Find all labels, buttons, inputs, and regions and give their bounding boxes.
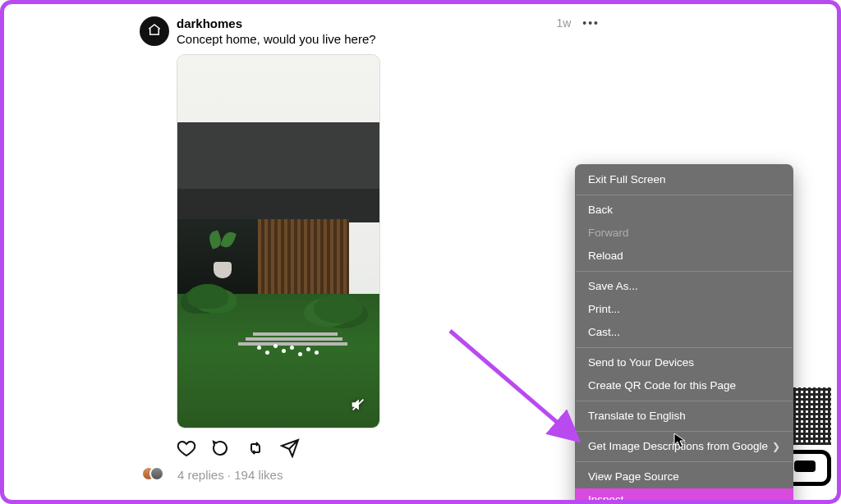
likes-count: 194 likes [234,468,283,482]
post-footer: 4 replies · 194 likes [140,466,600,483]
context-menu-item[interactable]: Exit Full Screen [575,168,793,191]
facepile[interactable] [141,466,169,483]
context-menu-label: Reload [588,248,623,264]
post-caption: Concept home, would you live here? [177,32,556,46]
context-menu-item[interactable]: View Page Source [575,465,793,488]
comment-icon [211,447,231,460]
facepile-avatar [149,466,164,481]
like-button[interactable] [177,438,196,458]
context-menu-item[interactable]: Cast... [575,321,793,344]
comment-button[interactable] [211,438,231,458]
header-right: 1w ••• [556,16,600,30]
repost-button[interactable] [246,438,265,458]
context-menu-separator [576,271,793,272]
context-menu-label: Back [588,202,613,218]
repost-icon [246,447,265,460]
context-menu-label: Inspect [588,492,624,504]
chevron-right-icon: ❯ [772,438,780,455]
media-bg-flowers [254,341,328,360]
context-menu-label: Translate to English [588,408,686,424]
context-menu-label: Forward [588,225,629,241]
context-menu-item[interactable]: Reload [575,245,793,268]
speaker-muted-icon [349,396,367,417]
context-menu-item[interactable]: Back [575,199,793,222]
context-menu-label: Print... [588,301,620,318]
context-menu-separator [576,195,793,195]
context-menu-label: Exit Full Screen [588,172,666,188]
post-meta[interactable]: 4 replies · 194 likes [177,468,283,482]
context-menu-label: View Page Source [588,469,679,485]
house-icon [147,22,162,40]
context-menu-separator [576,461,793,462]
context-menu-separator [576,347,793,348]
context-menu-item[interactable]: Save As... [575,275,793,298]
context-menu-item: Forward [575,222,793,245]
share-button[interactable] [280,438,300,458]
context-menu-label: Save As... [588,278,638,295]
header-main: darkhomes Concept home, would you live h… [177,16,556,46]
context-menu-label: Get Image Descriptions from Google [588,438,768,455]
context-menu-label: Cast... [588,324,620,341]
media-bg-roof [177,122,379,197]
post-actions [177,438,600,458]
context-menu[interactable]: Exit Full ScreenBackForwardReloadSave As… [575,164,793,504]
context-menu-item[interactable]: Get Image Descriptions from Google❯ [575,435,793,458]
context-menu-item[interactable]: Translate to English [575,405,793,428]
mute-button[interactable] [347,395,370,418]
context-menu-item[interactable]: Send to Your Devices [575,351,793,374]
meta-separator: · [224,468,235,482]
context-menu-separator [576,431,793,432]
heart-icon [177,447,196,460]
context-menu-item[interactable]: Create QR Code for this Page [575,374,793,397]
media-bg-plant [209,231,234,256]
media-bg-bush [314,295,363,323]
social-post: darkhomes Concept home, would you live h… [140,16,600,483]
context-menu-separator [576,401,793,401]
replies-count: 4 replies [177,468,224,482]
context-menu-label: Create QR Code for this Page [588,378,736,394]
send-icon [280,447,300,460]
post-timestamp: 1w [556,16,571,30]
more-icon[interactable]: ••• [582,16,600,30]
username[interactable]: darkhomes [177,16,556,30]
avatar[interactable] [140,16,169,46]
context-menu-label: Send to Your Devices [588,355,694,371]
media-bg-wood [258,219,349,301]
media-bg-bush [187,284,228,309]
post-header: darkhomes Concept home, would you live h… [140,16,600,46]
context-menu-item[interactable]: Print... [575,298,793,321]
post-media[interactable] [177,54,380,428]
media-bg-overhang [177,189,380,222]
avatar-column [140,16,177,46]
context-menu-item[interactable]: Inspect [575,488,793,504]
